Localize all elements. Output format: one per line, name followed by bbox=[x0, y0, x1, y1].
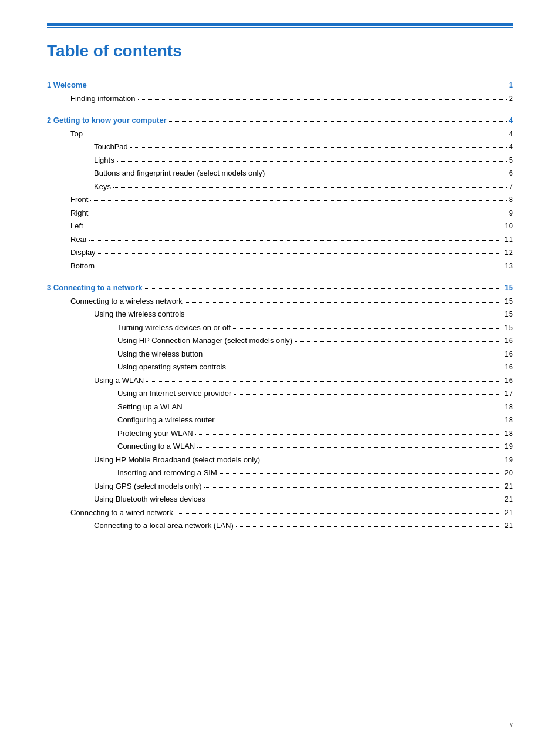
toc-entry: Turning wireless devices on or off15 bbox=[47, 322, 513, 334]
toc-entry-text: Setting up a WLAN bbox=[117, 401, 183, 413]
toc-dots bbox=[146, 381, 502, 382]
toc-dots bbox=[89, 240, 502, 241]
toc-page-number: 15 bbox=[505, 295, 513, 307]
toc-dots bbox=[185, 408, 502, 408]
toc-page-number: 4 bbox=[509, 115, 513, 126]
toc-entry-text[interactable]: 2 Getting to know your computer bbox=[47, 115, 167, 126]
toc-page-number: 2 bbox=[509, 93, 513, 105]
toc-content: 1 Welcome1Finding information22 Getting … bbox=[47, 79, 513, 532]
toc-page-number: 15 bbox=[505, 308, 513, 320]
toc-page-number: 15 bbox=[505, 322, 513, 334]
toc-dots bbox=[145, 288, 502, 289]
toc-entry-text: Connecting to a wireless network bbox=[70, 295, 183, 307]
toc-dots bbox=[90, 200, 506, 201]
toc-page-number: 18 bbox=[505, 428, 513, 439]
toc-page-number: 21 bbox=[505, 493, 513, 505]
toc-entry: 1 Welcome1 bbox=[47, 79, 513, 91]
toc-entry-text: Connecting to a WLAN bbox=[117, 441, 195, 452]
toc-entry: Using GPS (select models only)21 bbox=[47, 480, 513, 492]
toc-page-number: 7 bbox=[509, 181, 513, 193]
toc-page-number: 16 bbox=[505, 348, 513, 360]
toc-page-number: 13 bbox=[505, 260, 513, 272]
toc-entry-text: Turning wireless devices on or off bbox=[117, 322, 231, 334]
toc-entry-text: Top bbox=[70, 128, 83, 140]
toc-entry-text: Rear bbox=[70, 234, 87, 246]
toc-dots bbox=[220, 473, 502, 474]
toc-entry-text: Using Bluetooth wireless devices bbox=[94, 493, 205, 505]
toc-page-number: 4 bbox=[509, 141, 513, 153]
toc-entry-text: Using a WLAN bbox=[94, 375, 144, 387]
toc-page-number: 5 bbox=[509, 154, 513, 166]
toc-entry: 3 Connecting to a network15 bbox=[47, 282, 513, 294]
toc-entry: Inserting and removing a SIM20 bbox=[47, 467, 513, 479]
toc-dots bbox=[195, 434, 502, 435]
toc-entry: 2 Getting to know your computer4 bbox=[47, 115, 513, 126]
toc-entry-text[interactable]: 3 Connecting to a network bbox=[47, 282, 143, 294]
toc-entry-text: Buttons and fingerprint reader (select m… bbox=[94, 167, 265, 179]
toc-entry: Protecting your WLAN18 bbox=[47, 428, 513, 439]
toc-entry: Configuring a wireless router18 bbox=[47, 414, 513, 426]
toc-entry: TouchPad4 bbox=[47, 141, 513, 153]
toc-page-number: 18 bbox=[505, 401, 513, 413]
toc-dots bbox=[205, 355, 502, 355]
toc-entry-text: Connecting to a local area network (LAN) bbox=[94, 520, 234, 532]
toc-dots bbox=[113, 187, 507, 188]
toc-entry: Left10 bbox=[47, 220, 513, 232]
toc-page-number: 1 bbox=[509, 79, 513, 91]
toc-entry: Rear11 bbox=[47, 234, 513, 246]
toc-dots bbox=[234, 394, 502, 395]
toc-entry: Using Bluetooth wireless devices21 bbox=[47, 493, 513, 505]
toc-entry-text: Configuring a wireless router bbox=[117, 414, 214, 426]
toc-dots bbox=[98, 253, 502, 254]
toc-dots bbox=[217, 421, 502, 421]
toc-entry: Bottom13 bbox=[47, 260, 513, 272]
toc-page-number: 17 bbox=[505, 388, 513, 399]
toc-entry-text: Right bbox=[70, 207, 88, 219]
toc-entry: Using a WLAN16 bbox=[47, 375, 513, 387]
toc-dots bbox=[236, 526, 502, 527]
toc-page-number: 16 bbox=[505, 361, 513, 373]
toc-dots bbox=[185, 302, 502, 303]
toc-page-number: 4 bbox=[509, 128, 513, 140]
toc-entry: Setting up a WLAN18 bbox=[47, 401, 513, 413]
toc-entry-text: Left bbox=[70, 220, 83, 232]
toc-entry: Using HP Connection Manager (select mode… bbox=[47, 335, 513, 347]
toc-entry: Connecting to a local area network (LAN)… bbox=[47, 520, 513, 532]
page-container: Table of contents 1 Welcome1Finding info… bbox=[0, 0, 560, 569]
toc-entry-text: Using the wireless button bbox=[117, 348, 203, 360]
toc-entry-text: Finding information bbox=[70, 93, 136, 105]
toc-dots bbox=[97, 267, 502, 267]
toc-dots bbox=[117, 161, 507, 162]
toc-page-number: 21 bbox=[505, 480, 513, 492]
top-border-thick bbox=[47, 23, 513, 26]
toc-entry: Connecting to a wired network21 bbox=[47, 507, 513, 519]
toc-page-number: 21 bbox=[505, 520, 513, 532]
toc-entry: Using operating system controls16 bbox=[47, 361, 513, 373]
toc-entry-text: TouchPad bbox=[94, 141, 128, 153]
toc-page-number: 10 bbox=[505, 220, 513, 232]
toc-entry: Using the wireless button16 bbox=[47, 348, 513, 360]
toc-entry-text: Using the wireless controls bbox=[94, 308, 185, 320]
toc-page-number: 9 bbox=[509, 207, 513, 219]
toc-entry-text: Using GPS (select models only) bbox=[94, 480, 202, 492]
toc-entry-text: Front bbox=[70, 194, 88, 206]
toc-entry-text: Lights bbox=[94, 154, 114, 166]
top-border-thin bbox=[47, 27, 513, 28]
toc-entry: Connecting to a wireless network15 bbox=[47, 295, 513, 307]
toc-page-number: 21 bbox=[505, 507, 513, 519]
toc-dots bbox=[267, 174, 507, 174]
toc-entry: Finding information2 bbox=[47, 93, 513, 105]
toc-dots bbox=[228, 368, 502, 368]
toc-dots bbox=[86, 227, 502, 227]
toc-entry-text: Display bbox=[70, 247, 96, 258]
toc-entry: Connecting to a WLAN19 bbox=[47, 441, 513, 452]
toc-dots bbox=[208, 500, 502, 500]
toc-entry-text: Inserting and removing a SIM bbox=[117, 467, 217, 479]
toc-page-number: 15 bbox=[505, 282, 513, 294]
toc-entry: Keys7 bbox=[47, 181, 513, 193]
toc-dots bbox=[204, 487, 502, 488]
toc-entry-text[interactable]: 1 Welcome bbox=[47, 79, 87, 91]
toc-page-number: 19 bbox=[505, 441, 513, 452]
toc-entry-text: Using HP Mobile Broadband (select models… bbox=[94, 454, 260, 466]
toc-page-number: 20 bbox=[505, 467, 513, 479]
